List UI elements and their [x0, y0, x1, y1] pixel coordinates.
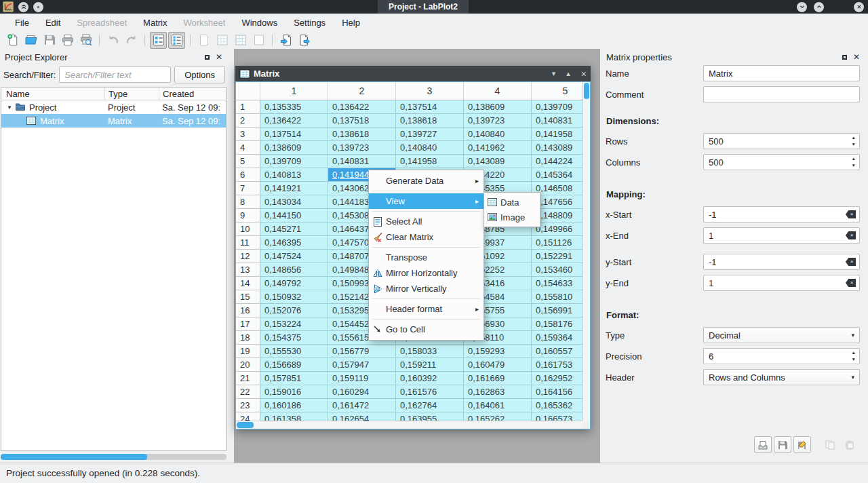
matrix-cell[interactable]: 0,138618 — [396, 114, 464, 128]
matrix-cell[interactable]: 0,159211 — [396, 358, 464, 372]
menu-edit[interactable]: Edit — [37, 14, 68, 31]
matrix-cell[interactable]: 0,152291 — [532, 250, 583, 263]
matrix-cell[interactable]: 0,136422 — [328, 100, 396, 114]
matrix-cell[interactable]: 0,160186 — [260, 399, 328, 412]
tree-row-project[interactable]: ▼ProjectProjectSa. Sep 12 09: — [1, 100, 226, 114]
matrix-corner-header[interactable] — [236, 82, 260, 100]
matrix-cell[interactable]: 0,140840 — [396, 141, 464, 155]
spin-arrows-icon[interactable]: ▲▼ — [852, 136, 856, 147]
matrix-cell[interactable]: 0,144150 — [260, 209, 328, 223]
matrix-cell[interactable]: 0,153460 — [532, 263, 583, 277]
matrix-row-header-14[interactable]: 14 — [236, 277, 260, 290]
matrix-cell[interactable]: 0,152076 — [260, 304, 328, 317]
matrix-cell[interactable]: 0,161358 — [260, 412, 328, 421]
minimize-button[interactable] — [797, 2, 807, 12]
matrix-cell[interactable]: 0,164061 — [464, 399, 532, 412]
matrix-column-header-5[interactable]: 5 — [532, 82, 583, 100]
import-file-button[interactable] — [277, 32, 294, 49]
matrix-cell[interactable]: 0,139709 — [532, 100, 583, 114]
name-input[interactable] — [703, 65, 860, 81]
matrix-row-header-10[interactable]: 10 — [236, 223, 260, 236]
tree-column-created[interactable]: Created — [159, 88, 226, 100]
type-dropdown[interactable]: Decimal▾ — [703, 327, 860, 343]
matrix-row-header-3[interactable]: 3 — [236, 128, 260, 141]
matrix-row-header-12[interactable]: 12 — [236, 250, 260, 263]
edit-template-button[interactable] — [793, 436, 811, 453]
columns-spinbox[interactable] — [703, 154, 860, 170]
shade-window-button[interactable] — [18, 2, 28, 12]
matrix-cell[interactable]: 0,161576 — [396, 385, 464, 399]
matrix-column-header-2[interactable]: 2 — [328, 82, 396, 100]
dock-splitter[interactable] — [227, 49, 234, 463]
matrix-cell[interactable]: 0,156991 — [532, 304, 583, 317]
context-item-clear-matrix[interactable]: Clear Matrix — [369, 229, 484, 245]
expander-icon[interactable]: ▼ — [4, 104, 15, 111]
submenu-item-image[interactable]: Image — [484, 210, 540, 225]
matrix-row-header-2[interactable]: 2 — [236, 114, 260, 128]
matrix-cell[interactable]: 0,148656 — [260, 263, 328, 277]
matrix-row-header-7[interactable]: 7 — [236, 182, 260, 195]
context-item-mirror-horizontally[interactable]: Mirror Horizontally — [369, 265, 484, 281]
matrix-row-header-15[interactable]: 15 — [236, 290, 260, 304]
vertical-scrollbar[interactable] — [583, 82, 590, 421]
matrix-cell[interactable]: 0,141958 — [532, 128, 583, 141]
export-file-button[interactable] — [296, 32, 313, 49]
spin-arrows-icon[interactable]: ▲▼ — [852, 351, 856, 362]
matrix-cell[interactable]: 0,165262 — [464, 412, 532, 421]
matrix-cell[interactable]: 0,156689 — [260, 358, 328, 372]
matrix-cell[interactable]: 0,151126 — [532, 236, 583, 250]
matrix-cell[interactable]: 0,164156 — [532, 385, 583, 399]
matrix-cell[interactable]: 0,138609 — [464, 100, 532, 114]
matrix-cell[interactable]: 0,137514 — [260, 128, 328, 141]
matrix-cell[interactable]: 0,161669 — [464, 372, 532, 385]
matrix-cell[interactable]: 0,139709 — [260, 155, 328, 168]
matrix-cell[interactable]: 0,143089 — [532, 141, 583, 155]
matrix-cell[interactable]: 0,162952 — [532, 372, 583, 385]
matrix-cell[interactable]: 0,150932 — [260, 290, 328, 304]
matrix-cell[interactable]: 0,138609 — [260, 141, 328, 155]
matrix-column-header-4[interactable]: 4 — [464, 82, 532, 100]
close-dock-icon[interactable]: ✕ — [216, 53, 222, 61]
context-item-mirror-vertically[interactable]: Mirror Vertically — [369, 281, 484, 296]
matrix-cell[interactable]: 0,140813 — [260, 168, 328, 182]
context-item-select-all[interactable]: Select All — [369, 214, 484, 229]
matrix-column-header-3[interactable]: 3 — [396, 82, 464, 100]
matrix-cell[interactable]: 0,139727 — [396, 128, 464, 141]
matrix-row-header-6[interactable]: 6 — [236, 168, 260, 182]
horizontal-scrollbar[interactable] — [236, 421, 583, 429]
window-shade-icon[interactable]: ▾ — [552, 70, 556, 77]
matrix-cell[interactable]: 0,139723 — [328, 141, 396, 155]
matrix-row-header-4[interactable]: 4 — [236, 141, 260, 155]
spin-arrows-icon[interactable]: ▲▼ — [852, 157, 856, 168]
tree-column-type[interactable]: Type — [104, 88, 159, 100]
window-maximize-icon[interactable]: ▴ — [566, 70, 570, 77]
context-item-go-to-cell[interactable]: Go to Cell — [369, 322, 484, 337]
options-button[interactable]: Options — [174, 66, 225, 83]
matrix-cell[interactable]: 0,159119 — [328, 372, 396, 385]
matrix-row-header-20[interactable]: 20 — [236, 358, 260, 372]
menu-file[interactable]: File — [7, 14, 37, 31]
matrix-row-header-22[interactable]: 22 — [236, 385, 260, 399]
matrix-cell[interactable]: 0,161753 — [532, 358, 583, 372]
matrix-cell[interactable]: 0,155530 — [260, 345, 328, 358]
context-item-view[interactable]: View▸ — [369, 193, 484, 209]
y-end-input[interactable] — [703, 275, 860, 291]
matrix-row-header-1[interactable]: 1 — [236, 100, 260, 114]
open-project-button[interactable] — [22, 32, 39, 49]
matrix-cell[interactable]: 0,138618 — [328, 128, 396, 141]
matrix-cell[interactable]: 0,141921 — [260, 182, 328, 195]
matrix-row-header-23[interactable]: 23 — [236, 399, 260, 412]
menu-matrix[interactable]: Matrix — [135, 14, 175, 31]
matrix-cell[interactable]: 0,160392 — [396, 372, 464, 385]
precision-spinbox[interactable] — [703, 348, 860, 364]
vertical-scrollbar-thumb[interactable] — [584, 83, 589, 99]
matrix-window-titlebar[interactable]: Matrix ▾ ▴ × — [235, 66, 591, 81]
matrix-cell[interactable]: 0,155810 — [532, 290, 583, 304]
matrix-cell[interactable]: 0,159016 — [260, 385, 328, 399]
rows-spinbox[interactable] — [703, 133, 860, 149]
context-item-transpose[interactable]: Transpose — [369, 250, 484, 265]
matrix-row-header-8[interactable]: 8 — [236, 195, 260, 209]
search-filter-input[interactable] — [59, 66, 171, 83]
matrix-cell[interactable]: 0,140840 — [464, 128, 532, 141]
matrix-cell[interactable]: 0,157851 — [260, 372, 328, 385]
